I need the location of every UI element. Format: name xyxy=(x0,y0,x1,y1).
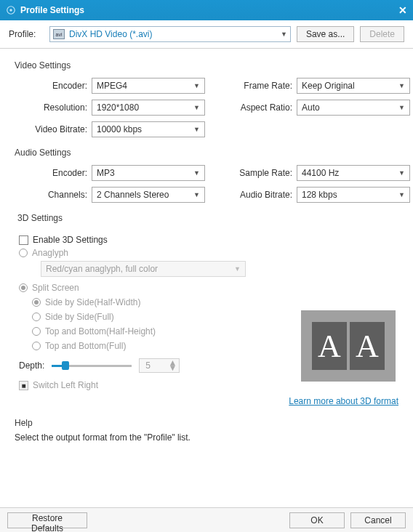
preview-glyph-right: A xyxy=(350,322,385,370)
anaglyph-mode-select: Red/cyan anaglyph, full color ▼ xyxy=(41,261,246,277)
chevron-down-icon: ▼ xyxy=(281,31,287,38)
app-icon xyxy=(6,5,16,15)
samplerate-select[interactable]: 44100 Hz▼ xyxy=(297,165,410,181)
file-type-icon: avi xyxy=(53,29,65,39)
audiobitrate-select[interactable]: 128 kbps▼ xyxy=(297,187,410,203)
resolution-select[interactable]: 1920*1080▼ xyxy=(92,100,205,116)
chevron-down-icon: ▼ xyxy=(398,191,405,198)
checkbox-icon xyxy=(19,235,28,245)
svg-point-1 xyxy=(9,9,12,12)
encoder-select[interactable]: MPEG4▼ xyxy=(92,78,205,94)
chevron-down-icon: ▼ xyxy=(193,191,200,198)
save-as-button[interactable]: Save as... xyxy=(297,26,354,42)
close-icon[interactable]: ✕ xyxy=(398,4,407,16)
chevron-down-icon: ▼ xyxy=(193,169,200,177)
profile-row: Profile: avi DivX HD Video (*.avi) ▼ Sav… xyxy=(0,20,413,49)
help-group: Help Select the output format from the "… xyxy=(10,418,403,443)
radio-icon xyxy=(32,313,41,321)
depth-slider[interactable] xyxy=(52,360,132,371)
checkbox-icon: ■ xyxy=(19,381,28,390)
ok-button[interactable]: OK xyxy=(289,512,345,528)
radio-icon xyxy=(19,283,28,292)
chevron-down-icon: ▼ xyxy=(193,82,200,89)
videobitrate-select[interactable]: 10000 kbps▼ xyxy=(92,121,205,137)
window-title: Profile Settings xyxy=(20,5,84,15)
cancel-button[interactable]: Cancel xyxy=(350,512,406,528)
aspectratio-label: Aspect Ratio: xyxy=(230,102,297,113)
footer: Restore Defaults OK Cancel xyxy=(0,507,413,532)
aspectratio-select[interactable]: Auto▼ xyxy=(297,100,410,116)
slider-thumb-icon xyxy=(62,361,69,370)
threed-preview: A A xyxy=(301,310,396,382)
radio-icon xyxy=(32,342,41,350)
samplerate-label: Sample Rate: xyxy=(230,168,297,178)
video-settings-title: Video Settings xyxy=(15,60,403,70)
channels-label: Channels: xyxy=(10,190,92,200)
resolution-label: Resolution: xyxy=(10,102,92,113)
radio-icon xyxy=(32,327,41,336)
framerate-label: Frame Rate: xyxy=(230,81,297,91)
threed-title: 3D Settings xyxy=(17,213,403,223)
restore-defaults-button[interactable]: Restore Defaults xyxy=(7,512,87,528)
learn-more-row: Learn more about 3D format xyxy=(19,396,398,406)
chevron-down-icon: ▼ xyxy=(398,82,405,89)
profile-value: DivX HD Video (*.avi) xyxy=(69,29,152,39)
anaglyph-radio: Anaglyph xyxy=(19,248,398,258)
framerate-select[interactable]: Keep Original▼ xyxy=(297,78,410,94)
video-settings-group: Video Settings Encoder: MPEG4▼ Frame Rat… xyxy=(10,60,403,137)
spinner-arrows-icon: ▲▼ xyxy=(166,360,179,371)
depth-label: Depth: xyxy=(19,360,44,371)
help-title: Help xyxy=(15,418,398,428)
audio-encoder-label: Encoder: xyxy=(10,168,92,178)
preview-glyph-left: A xyxy=(312,322,347,370)
encoder-label: Encoder: xyxy=(10,81,92,91)
chevron-down-icon: ▼ xyxy=(398,104,405,111)
chevron-down-icon: ▼ xyxy=(193,104,200,111)
audiobitrate-label: Audio Bitrate: xyxy=(230,190,297,200)
help-text: Select the output format from the "Profi… xyxy=(15,432,398,443)
audio-settings-title: Audio Settings xyxy=(15,148,403,158)
profile-select[interactable]: avi DivX HD Video (*.avi) ▼ xyxy=(49,26,291,42)
titlebar: Profile Settings ✕ xyxy=(0,0,413,20)
main-panel: Video Settings Encoder: MPEG4▼ Frame Rat… xyxy=(0,49,413,507)
radio-icon xyxy=(19,249,28,257)
learn-more-link[interactable]: Learn more about 3D format xyxy=(289,396,398,406)
chevron-down-icon: ▼ xyxy=(398,169,405,177)
videobitrate-label: Video Bitrate: xyxy=(10,124,92,134)
audio-settings-group: Audio Settings Encoder: MP3▼ Sample Rate… xyxy=(10,148,403,203)
delete-button: Delete xyxy=(360,26,404,42)
switch-lr-checkbox: ■ Switch Left Right xyxy=(19,380,398,390)
enable-3d-checkbox[interactable]: Enable 3D Settings xyxy=(19,235,398,245)
chevron-down-icon: ▼ xyxy=(234,265,241,273)
chevron-down-icon: ▼ xyxy=(193,126,200,133)
radio-icon xyxy=(32,298,41,307)
profile-label: Profile: xyxy=(9,29,44,39)
audio-encoder-select[interactable]: MP3▼ xyxy=(92,165,205,181)
sbs-half-radio: Side by Side(Half-Width) xyxy=(32,297,398,307)
splitscreen-radio: Split Screen xyxy=(19,283,398,293)
depth-spinner: 5 ▲▼ xyxy=(139,358,180,373)
channels-select[interactable]: 2 Channels Stereo▼ xyxy=(92,187,205,203)
